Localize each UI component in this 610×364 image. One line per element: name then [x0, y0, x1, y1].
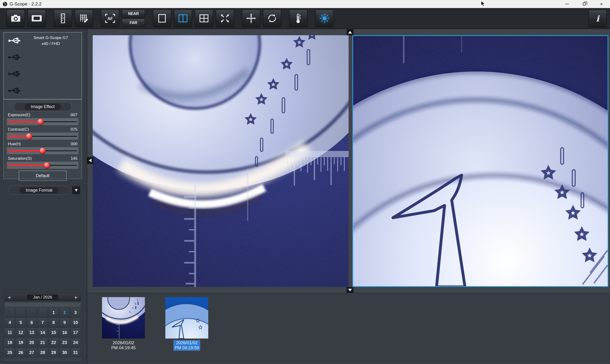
- single-view-button[interactable]: [153, 10, 171, 27]
- device-row-4[interactable]: [4, 82, 82, 99]
- calendar-day[interactable]: 4: [4, 318, 15, 327]
- info-icon: i: [596, 14, 599, 23]
- sidebar: Smart G-Scope G7 x40 / FHD: [0, 29, 87, 364]
- record-video-button[interactable]: [28, 10, 46, 27]
- calendar-day[interactable]: 26: [15, 348, 26, 357]
- gallery-item[interactable]: 2026/01/02 PM 04:19:45: [102, 297, 145, 351]
- restore-button[interactable]: [576, 0, 593, 8]
- calendar-weekday-strip: [4, 302, 81, 307]
- calendar-day[interactable]: 24: [70, 338, 81, 347]
- arrow-left-icon: [89, 158, 92, 162]
- calendar-day[interactable]: 6: [27, 318, 37, 327]
- calendar-day[interactable]: 22: [48, 338, 59, 347]
- usb-icon: [8, 87, 21, 94]
- camera-icon: [11, 14, 21, 23]
- calendar-day[interactable]: 31: [70, 348, 81, 357]
- exposure-slider-knob[interactable]: [38, 119, 44, 125]
- calendar-day[interactable]: 14: [37, 328, 48, 337]
- calendar-day[interactable]: 5: [15, 318, 26, 327]
- calendar-day[interactable]: 30: [59, 348, 70, 357]
- calendar-day[interactable]: 10: [70, 318, 81, 327]
- calendar-day[interactable]: 8: [48, 318, 59, 327]
- calendar-day[interactable]: 20: [27, 338, 37, 347]
- quad-view-button[interactable]: [195, 10, 213, 27]
- calendar-panel: ◀ Jan / 2026 ▶ 1 2 3 4 5 6 7 8 9 10 11: [3, 292, 82, 362]
- calendar-day[interactable]: 17: [70, 328, 81, 337]
- calendar-day: [27, 308, 37, 317]
- capture-photo-button[interactable]: [7, 10, 25, 27]
- calendar-day[interactable]: 23: [59, 338, 70, 347]
- calendar-day[interactable]: 12: [15, 328, 26, 337]
- pan-up-button[interactable]: [347, 29, 353, 35]
- device-row-3[interactable]: [4, 66, 82, 82]
- focus-near-button[interactable]: NEAR: [122, 10, 145, 18]
- calendar-day[interactable]: 21: [37, 338, 48, 347]
- left-view-pane[interactable]: [93, 35, 349, 287]
- saturation-value: 145: [71, 156, 77, 161]
- quad-view-icon: [199, 13, 209, 23]
- calendar-day[interactable]: 13: [27, 328, 37, 337]
- right-view-pane-selected[interactable]: [352, 35, 608, 287]
- calendar-day[interactable]: 15: [48, 328, 59, 337]
- calendar-day[interactable]: 1: [48, 308, 59, 317]
- calendar-day: [37, 308, 48, 317]
- calendar-day[interactable]: 16: [59, 328, 70, 337]
- pan-down-button[interactable]: [347, 287, 353, 293]
- calendar-next-icon[interactable]: ▶: [75, 295, 78, 299]
- info-button[interactable]: i: [589, 10, 607, 27]
- dual-view-button[interactable]: [174, 10, 192, 27]
- hue-slider[interactable]: [7, 147, 78, 154]
- brightness-button[interactable]: [315, 10, 334, 27]
- focus-far-button[interactable]: FAR: [122, 19, 145, 27]
- app-logo-icon: [2, 1, 8, 7]
- measure-ruler-button[interactable]: [54, 10, 72, 27]
- calendar-day[interactable]: 7: [37, 318, 48, 327]
- default-button[interactable]: Default: [19, 171, 67, 181]
- calendar-day[interactable]: 27: [27, 348, 37, 357]
- fullscreen-icon: [220, 13, 230, 23]
- content-area: Smart G-Scope G7 x40 / FHD: [0, 29, 610, 364]
- image-effect-button[interactable]: Image Effect: [14, 102, 72, 111]
- calendar-day[interactable]: 29: [48, 348, 59, 357]
- contrast-slider-knob[interactable]: [26, 133, 32, 139]
- image-format-button[interactable]: Image Format: [9, 186, 69, 195]
- calendar-day-selected[interactable]: 2: [59, 308, 70, 317]
- calendar-day[interactable]: 19: [15, 338, 26, 347]
- saturation-slider-knob[interactable]: [44, 162, 50, 168]
- autofocus-button[interactable]: AF: [101, 10, 119, 27]
- device-mode: x40 / FHD: [21, 41, 80, 47]
- arrow-up-icon: [348, 31, 352, 34]
- saturation-slider[interactable]: [7, 162, 78, 169]
- ruler-icon: [61, 13, 65, 23]
- calendar-day[interactable]: 28: [37, 348, 48, 357]
- collapse-sidebar-button[interactable]: [87, 157, 93, 164]
- fullscreen-button[interactable]: [216, 10, 234, 27]
- close-button[interactable]: ×: [593, 0, 610, 8]
- thermometer-button[interactable]: [289, 10, 307, 27]
- calibration-button[interactable]: [75, 10, 93, 27]
- hue-label: Hue(H): [8, 142, 21, 146]
- hue-slider-knob[interactable]: [40, 148, 46, 154]
- single-view-icon: [158, 13, 166, 23]
- device-name: Smart G-Scope G7: [21, 35, 80, 41]
- calendar-day[interactable]: 3: [70, 308, 81, 317]
- device-row-2[interactable]: [4, 49, 82, 66]
- gallery-item-selected[interactable]: 2026/01/02 PM 04:19:59: [165, 297, 208, 351]
- crosshair-button[interactable]: [242, 10, 260, 27]
- minimize-button[interactable]: [558, 0, 576, 8]
- calendar-day[interactable]: 9: [59, 318, 70, 327]
- calendar-day[interactable]: 25: [4, 348, 15, 357]
- calendar-prev-icon[interactable]: ◀: [8, 295, 11, 299]
- calendar-day[interactable]: 11: [4, 328, 15, 337]
- rotate-button[interactable]: [263, 10, 281, 27]
- contrast-slider[interactable]: [7, 133, 78, 140]
- thumbnail-date: 2026/01/02: [111, 340, 136, 345]
- device-row-1[interactable]: Smart G-Scope G7 x40 / FHD: [4, 32, 82, 49]
- left-view-image: [93, 35, 349, 287]
- exposure-slider[interactable]: [7, 118, 78, 125]
- contrast-value: 075: [71, 127, 77, 132]
- calendar-day: [15, 308, 26, 317]
- minimize-icon: [565, 4, 569, 4]
- calendar-day[interactable]: 18: [4, 338, 15, 347]
- image-format-dropdown-button[interactable]: ▼: [72, 186, 80, 194]
